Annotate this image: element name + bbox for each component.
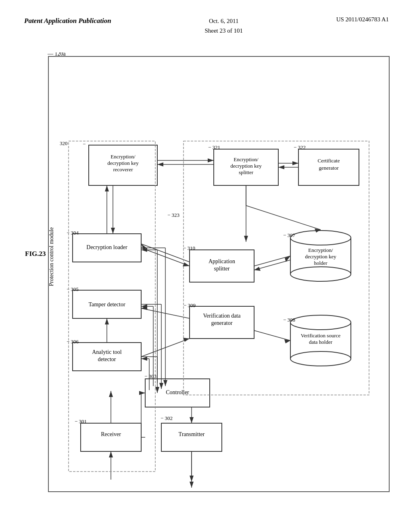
- svg-marker-122: [105, 318, 109, 324]
- svg-text:data holder: data holder: [309, 339, 333, 345]
- svg-text:decryption key: decryption key: [230, 163, 262, 169]
- svg-text:− 303: − 303: [144, 373, 156, 379]
- svg-text:recoverer: recoverer: [113, 166, 133, 172]
- page-header: Patent Application Publication Oct. 6, 2…: [0, 0, 413, 44]
- svg-rect-6: [161, 423, 222, 451]
- svg-text:− 307: − 307: [283, 232, 296, 238]
- svg-marker-21: [190, 417, 194, 423]
- svg-line-81: [254, 256, 290, 266]
- svg-text:generator: generator: [211, 320, 233, 326]
- svg-text:− 302: − 302: [161, 415, 173, 421]
- svg-text:— 120a: — 120a: [47, 52, 66, 57]
- svg-text:Tamper detector: Tamper detector: [88, 301, 125, 308]
- svg-marker-31: [141, 357, 147, 361]
- svg-marker-106: [157, 162, 163, 166]
- svg-text:Analytic tool: Analytic tool: [92, 349, 122, 355]
- svg-point-76: [290, 267, 351, 281]
- svg-marker-61: [284, 339, 290, 343]
- svg-text:Controller: Controller: [166, 389, 189, 395]
- svg-marker-116: [244, 236, 248, 242]
- svg-text:Verification source: Verification source: [301, 332, 341, 339]
- svg-line-108: [246, 206, 321, 230]
- svg-text:−: −: [83, 141, 86, 147]
- header-center: Oct. 6, 2011 Sheet 23 of 101: [204, 16, 243, 35]
- svg-text:Encryption/: Encryption/: [308, 247, 333, 253]
- svg-text:splitter: splitter: [239, 169, 254, 175]
- svg-marker-63: [183, 338, 190, 342]
- header-right: US 2011/0246783 A1: [336, 16, 389, 23]
- svg-marker-111: [105, 185, 109, 191]
- svg-text:Protection control module: Protection control module: [48, 227, 54, 286]
- svg-text:decryption key: decryption key: [107, 160, 139, 166]
- svg-marker-19: [139, 391, 145, 395]
- svg-text:− 309: − 309: [184, 302, 196, 308]
- svg-text:− 310: − 310: [183, 245, 195, 251]
- page: Patent Application Publication Oct. 6, 2…: [0, 0, 413, 532]
- svg-rect-3: [81, 423, 141, 451]
- svg-text:− 323: − 323: [167, 212, 179, 218]
- svg-text:Decryption loader: Decryption loader: [86, 244, 127, 250]
- svg-point-55: [290, 315, 351, 330]
- svg-text:Certificate: Certificate: [318, 158, 340, 164]
- svg-marker-84: [254, 267, 261, 271]
- svg-marker-113: [111, 228, 115, 234]
- svg-text:generator: generator: [319, 165, 339, 171]
- svg-text:Transmitter: Transmitter: [179, 431, 205, 437]
- svg-marker-104: [208, 158, 214, 162]
- svg-text:− 321: − 321: [208, 144, 220, 150]
- svg-point-75: [290, 231, 351, 245]
- svg-text:− 308: − 308: [283, 317, 295, 323]
- svg-text:holder: holder: [314, 260, 327, 266]
- svg-text:Encryption/: Encryption/: [234, 156, 259, 162]
- svg-text:splitter: splitter: [214, 266, 230, 272]
- diagram-svg: — 120a Protection control module Receive…: [32, 52, 395, 512]
- svg-text:detector: detector: [98, 356, 116, 362]
- svg-marker-95: [292, 161, 298, 165]
- svg-text:decryption key: decryption key: [305, 254, 336, 260]
- ref-320: 320: [60, 140, 68, 147]
- svg-point-56: [290, 351, 351, 366]
- svg-line-60: [254, 330, 290, 341]
- svg-text:Encryption/: Encryption/: [111, 154, 136, 160]
- svg-marker-118: [109, 451, 113, 457]
- svg-marker-10: [109, 391, 113, 397]
- header-date: Oct. 6, 2011: [204, 16, 243, 26]
- header-left: Patent Application Publication: [24, 16, 111, 26]
- svg-text:− 301: − 301: [75, 418, 87, 424]
- svg-marker-120: [190, 482, 194, 488]
- svg-text:Verification data: Verification data: [203, 313, 241, 319]
- svg-text:Receiver: Receiver: [101, 431, 121, 437]
- svg-text:Application: Application: [209, 258, 235, 264]
- header-sheet: Sheet 23 of 101: [204, 26, 243, 35]
- svg-marker-97: [278, 165, 284, 169]
- svg-text:− 322: − 322: [294, 144, 306, 150]
